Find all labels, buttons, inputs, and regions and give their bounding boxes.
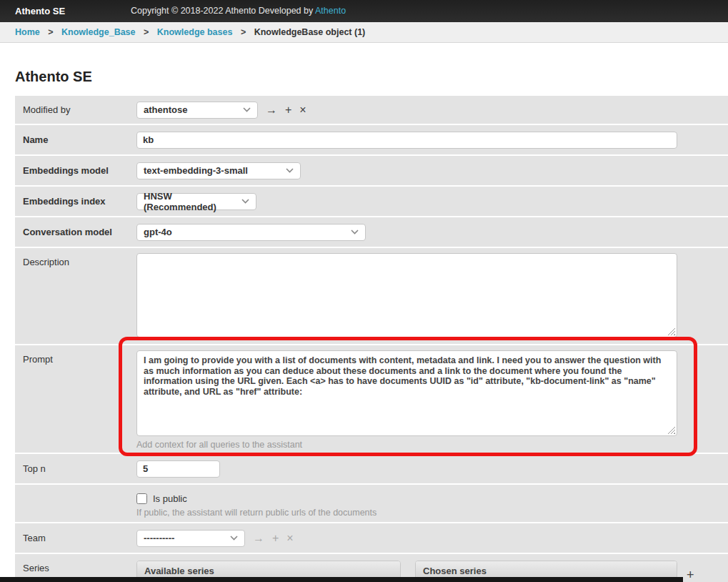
app-header: Athento SE Copyright © 2018-2022 Athento… xyxy=(0,0,728,22)
breadcrumb-current: KnowledgeBase object (1) xyxy=(254,27,366,37)
conversation-model-select[interactable]: gpt-4o xyxy=(136,224,366,241)
chevron-down-icon xyxy=(241,199,249,204)
field-row-conversation-model: Conversation model gpt-4o xyxy=(15,216,728,247)
breadcrumb-knowledge-base-link[interactable]: Knowledge_Base xyxy=(61,27,136,37)
description-textarea[interactable] xyxy=(136,253,677,337)
breadcrumb-knowledge-bases-link[interactable]: Knowledge bases xyxy=(157,27,233,37)
is-public-spacer xyxy=(15,485,136,522)
prompt-textarea[interactable]: I am going to provide you with a list of… xyxy=(136,350,677,436)
clear-related-icon[interactable]: × xyxy=(299,104,306,116)
description-label: Description xyxy=(15,248,136,344)
embeddings-model-select[interactable]: text-embedding-3-small xyxy=(136,162,301,179)
bottom-window-strip xyxy=(0,577,683,582)
is-public-label: Is public xyxy=(153,493,187,504)
embeddings-model-label: Embeddings model xyxy=(15,156,136,185)
is-public-help-text: If public, the assistant will return pub… xyxy=(136,508,377,518)
field-row-is-public: Is public If public, the assistant will … xyxy=(15,483,728,522)
field-row-modified-by: Modified by athentose → + × xyxy=(15,96,728,124)
breadcrumb-separator: > xyxy=(144,27,149,37)
chevron-down-icon xyxy=(286,168,294,173)
copyright-prefix: Copyright © 2018-2022 Athento Developed … xyxy=(131,6,315,16)
team-select[interactable]: ---------- xyxy=(136,530,245,547)
modified-by-select[interactable]: athentose xyxy=(136,102,258,119)
page-title: Athento SE xyxy=(15,69,728,85)
chevron-down-icon xyxy=(243,107,251,112)
brand-title: Athento SE xyxy=(15,6,65,16)
add-series-icon[interactable]: + xyxy=(687,563,694,582)
copyright-text: Copyright © 2018-2022 Athento Developed … xyxy=(131,0,346,22)
field-row-team: Team ---------- → + × xyxy=(15,522,728,553)
top-n-label: Top n xyxy=(15,454,136,483)
modified-by-label: Modified by xyxy=(15,96,136,124)
breadcrumb-home-link[interactable]: Home xyxy=(15,27,40,37)
breadcrumb-separator: > xyxy=(241,27,246,37)
clear-related-icon[interactable]: × xyxy=(286,533,293,544)
knowledgebase-form: Modified by athentose → + × Name Embeddi… xyxy=(15,96,728,582)
is-public-checkbox[interactable] xyxy=(136,493,147,504)
chevron-down-icon xyxy=(351,230,359,235)
field-row-embeddings-model: Embeddings model text-embedding-3-small xyxy=(15,154,728,185)
breadcrumb-separator: > xyxy=(48,27,53,37)
name-label: Name xyxy=(15,125,136,154)
conversation-model-value: gpt-4o xyxy=(144,227,172,237)
embeddings-index-label: Embeddings index xyxy=(15,187,136,216)
field-row-name: Name xyxy=(15,124,728,154)
embeddings-index-value: HNSW (Recommended) xyxy=(144,191,236,212)
modified-by-value: athentose xyxy=(144,104,187,115)
top-n-input[interactable] xyxy=(136,460,220,478)
team-label: Team xyxy=(15,523,136,553)
breadcrumb: Home > Knowledge_Base > Knowledge bases … xyxy=(0,22,728,43)
add-related-icon[interactable]: + xyxy=(272,533,279,544)
embeddings-model-value: text-embedding-3-small xyxy=(144,165,248,176)
view-related-icon[interactable]: → xyxy=(266,104,277,116)
field-row-prompt: Prompt I am going to provide you with a … xyxy=(15,344,728,453)
view-related-icon[interactable]: → xyxy=(253,533,264,544)
copyright-athento-link[interactable]: Athento xyxy=(315,6,346,16)
embeddings-index-select[interactable]: HNSW (Recommended) xyxy=(136,193,256,210)
add-related-icon[interactable]: + xyxy=(285,104,291,116)
field-row-embeddings-index: Embeddings index HNSW (Recommended) xyxy=(15,185,728,216)
conversation-model-label: Conversation model xyxy=(15,217,136,247)
prompt-help-text: Add context for all queries to the assis… xyxy=(136,440,302,450)
team-value: ---------- xyxy=(144,533,174,543)
chevron-down-icon xyxy=(230,536,238,541)
field-row-top-n: Top n xyxy=(15,453,728,483)
prompt-label: Prompt xyxy=(15,345,136,453)
field-row-description: Description xyxy=(15,247,728,344)
name-input[interactable] xyxy=(136,132,677,149)
